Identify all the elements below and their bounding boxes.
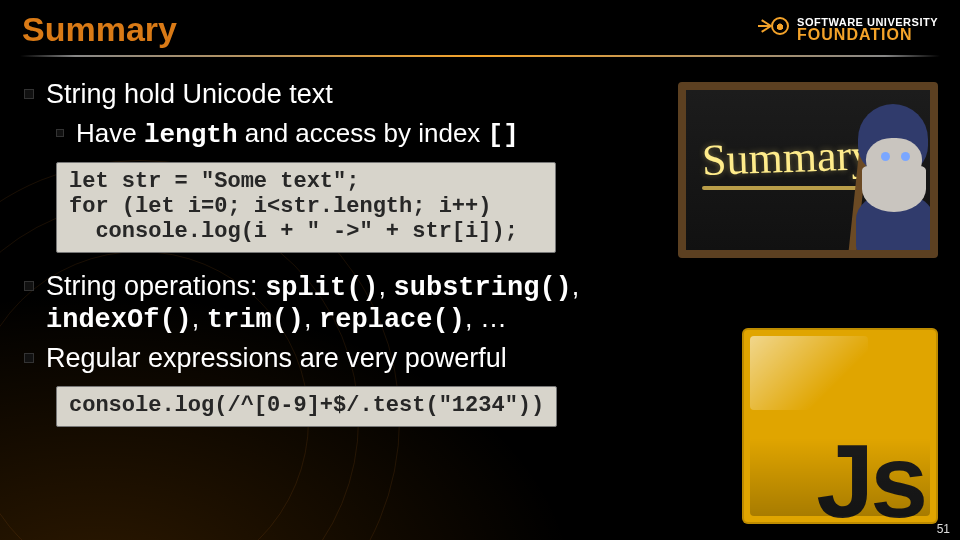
page-title: Summary (22, 10, 177, 49)
separator: , (572, 271, 580, 301)
bullet-text: Have length and access by index [] (76, 118, 519, 150)
separator: , (379, 271, 394, 301)
code-block-loop: let str = "Some text"; for (let i=0; i<s… (56, 162, 556, 253)
text-frag: and access by index (238, 118, 488, 148)
code-block-regex: console.log(/^[0-9]+$/.test("1234")) (56, 386, 557, 427)
bullet-icon (24, 353, 34, 363)
brand-line-2: FOUNDATION (797, 27, 938, 42)
lightbulb-icon (755, 15, 789, 45)
code-inline-length: length (144, 120, 238, 150)
header: Summary SOFTWARE UNIVERSITY FOUNDATION (0, 0, 960, 51)
text-frag: , … (465, 303, 507, 333)
text-frag: String operations: (46, 271, 265, 301)
code-inline-op: indexOf() (46, 305, 192, 335)
code-inline-op: substring() (394, 273, 572, 303)
code-inline-brackets: [] (488, 120, 519, 150)
badge-shadow (750, 438, 930, 516)
text-frag: Have (76, 118, 144, 148)
bullet-text: String hold Unicode text (46, 79, 333, 110)
code-inline-op: replace() (319, 305, 465, 335)
summary-chalkboard-image: Summary (678, 82, 938, 258)
code-inline-op: split() (265, 273, 378, 303)
bullet-icon (24, 89, 34, 99)
bullet-icon (56, 129, 64, 137)
bullet-text: Regular expressions are very powerful (46, 343, 507, 374)
code-inline-op: trim() (207, 305, 304, 335)
separator: , (304, 303, 319, 333)
bullet-string-operations: String operations: split(), substring(),… (24, 271, 644, 335)
brand-logo: SOFTWARE UNIVERSITY FOUNDATION (755, 15, 938, 45)
javascript-badge: Js (742, 328, 938, 524)
separator: , (192, 303, 207, 333)
brand-text: SOFTWARE UNIVERSITY FOUNDATION (797, 17, 938, 43)
bullet-icon (24, 281, 34, 291)
wizard-gnome-icon (824, 100, 938, 258)
bullet-text: String operations: split(), substring(),… (46, 271, 644, 335)
page-number: 51 (937, 522, 950, 536)
badge-glare (750, 336, 868, 410)
